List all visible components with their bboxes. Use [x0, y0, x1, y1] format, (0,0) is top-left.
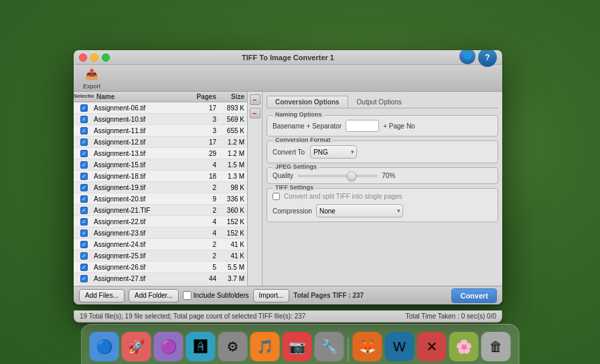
file-checkbox[interactable]: ✓: [80, 139, 88, 146]
dock-icon-prefs[interactable]: 🔧: [315, 332, 344, 361]
dock-icon-music[interactable]: 🎵: [250, 332, 280, 361]
file-name: Assignment-12.tif: [94, 139, 194, 146]
dock-icon-purple[interactable]: 🌸: [449, 332, 479, 361]
file-checkbox[interactable]: ✓: [80, 218, 88, 225]
dock-icon-apps[interactable]: 🟣: [154, 332, 183, 361]
file-name: Assignment-11.tif: [94, 127, 194, 134]
file-checkbox[interactable]: ✓: [80, 252, 88, 260]
header-selection: Selection: [74, 93, 94, 100]
compression-select[interactable]: None LZW JPEG PackBits: [316, 204, 403, 217]
export-toolbar-button[interactable]: 📤 Export: [79, 66, 104, 91]
dock-icon-appstore[interactable]: 🅰: [186, 332, 216, 361]
file-checkbox[interactable]: ✓: [80, 264, 88, 271]
include-subfolders-text: Include Subfolders: [194, 292, 249, 299]
dock-icon-cross[interactable]: ✕: [417, 332, 447, 361]
table-row: ✓Assignment-22.tif4152 K: [74, 216, 247, 227]
file-size: 336 K: [219, 195, 247, 203]
file-checkbox[interactable]: ✓: [80, 173, 88, 180]
include-subfolders-label[interactable]: Include Subfolders: [183, 291, 249, 300]
tiff-settings-section: TIFF Settings Convert and split TIFF int…: [267, 188, 498, 222]
dock-icon-rocket[interactable]: 🚀: [122, 332, 151, 361]
compression-select-wrapper: None LZW JPEG PackBits: [316, 204, 403, 217]
file-name: Assignment-23.tif: [94, 230, 194, 237]
table-row: ✓Assignment-15.tif41.5 M: [74, 159, 247, 171]
file-checkbox[interactable]: ✓: [80, 207, 88, 214]
file-size: 1.2 M: [219, 150, 247, 157]
conversion-format-section: Conversion Format Convert To PNG JPEG TI…: [267, 141, 498, 163]
file-pages: 4: [194, 230, 219, 237]
format-select[interactable]: PNG JPEG TIFF BMP GIF: [310, 145, 357, 159]
page-no-label: + Page No: [383, 122, 415, 130]
dock-icon-word[interactable]: W: [385, 332, 415, 361]
dock-icon-settings[interactable]: ⚙: [218, 332, 248, 361]
file-checkbox[interactable]: ✓: [80, 195, 88, 203]
table-row: ✓Assignment-25.tif241 K: [74, 250, 247, 262]
minimize-button[interactable]: [90, 54, 98, 62]
separator-input[interactable]: [346, 120, 379, 132]
file-checkbox[interactable]: ✓: [80, 161, 88, 169]
file-name: Assignment-21.TIF: [94, 207, 194, 214]
naming-options-label: Naming Options: [273, 111, 325, 118]
table-row: ✓Assignment-10.tif3569 K: [74, 114, 247, 125]
file-checkbox[interactable]: ✓: [80, 241, 88, 248]
file-name: Assignment-06.tif: [94, 104, 194, 112]
dock-icon-firefox[interactable]: 🦊: [353, 332, 382, 361]
file-name: Assignment-26.tif: [94, 264, 194, 271]
side-buttons: − −: [248, 92, 262, 286]
file-checkbox[interactable]: ✓: [80, 184, 88, 191]
split-tiff-checkbox[interactable]: [273, 193, 280, 200]
dock-icon-trash[interactable]: 🗑: [481, 332, 511, 361]
tab-conversion-options[interactable]: Conversion Options: [267, 96, 348, 108]
import-button[interactable]: Import...: [253, 289, 290, 302]
quality-slider[interactable]: [297, 175, 378, 177]
file-name: Assignment-19.tif: [94, 184, 194, 191]
file-checkbox[interactable]: ✓: [80, 275, 88, 282]
add-folder-button[interactable]: Add Folder...: [129, 289, 179, 302]
split-tiff-label: Convert and split TIFF into single pages: [284, 193, 402, 200]
convert-to-label: Convert To: [273, 149, 305, 156]
format-select-wrapper: PNG JPEG TIFF BMP GIF: [310, 145, 357, 159]
file-pages: 17: [194, 139, 219, 146]
delete-button-2[interactable]: −: [250, 108, 260, 118]
delete-button-1[interactable]: −: [250, 94, 260, 105]
add-files-button[interactable]: Add Files...: [79, 289, 125, 302]
file-size: 1.3 M: [219, 173, 247, 180]
table-row: ✓Assignment-24.tif241 K: [74, 239, 247, 250]
table-row: ✓Assignment-27.tif443.7 M: [74, 273, 247, 284]
export-icon: 📤: [84, 67, 99, 82]
file-checkbox[interactable]: ✓: [80, 116, 88, 123]
compression-row: Compression None LZW JPEG PackBits: [273, 204, 492, 217]
file-checkbox[interactable]: ✓: [80, 230, 88, 237]
jpeg-settings-section: JPEG Settings Quality 70%: [267, 167, 498, 184]
file-pages: 17: [194, 104, 219, 112]
include-subfolders-checkbox[interactable]: [183, 291, 192, 300]
dock-icon-photos[interactable]: 📷: [283, 332, 312, 361]
header-pages: Pages: [194, 93, 219, 100]
file-checkbox[interactable]: ✓: [80, 127, 88, 134]
file-size: 893 K: [219, 104, 247, 112]
file-checkbox[interactable]: ✓: [80, 104, 88, 112]
close-button[interactable]: [79, 54, 87, 62]
help-button[interactable]: ?: [478, 50, 497, 67]
bottom-bar: Add Files... Add Folder... Include Subfo…: [74, 286, 502, 304]
convert-button[interactable]: Convert: [451, 288, 497, 303]
file-checkbox[interactable]: ✓: [80, 150, 88, 157]
status-right: Total Time Taken : 0 sec(s) 0/0: [406, 312, 496, 320]
dock-icon-finder[interactable]: 🔵: [90, 332, 119, 361]
file-panel: Selection Name Pages Size ✓Assignment-06…: [74, 92, 248, 286]
status-bar: 19 Total file(s); 19 file selected; Tota…: [74, 310, 502, 323]
file-size: 5.5 M: [219, 264, 247, 271]
file-name: Assignment-24.tif: [94, 241, 194, 248]
website-button[interactable]: 🌐: [459, 50, 475, 64]
table-row: ✓Assignment-18.tif181.3 M: [74, 171, 247, 182]
table-row: ✓Assignment-11.tif3655 K: [74, 125, 247, 136]
file-size: 3.7 M: [219, 275, 247, 282]
tab-output-options[interactable]: Output Options: [348, 96, 410, 108]
status-left: 19 Total file(s); 19 file selected; Tota…: [80, 312, 305, 320]
main-content: Selection Name Pages Size ✓Assignment-06…: [74, 92, 502, 286]
maximize-button[interactable]: [102, 54, 110, 62]
conversion-format-label: Conversion Format: [273, 136, 333, 143]
file-pages: 3: [194, 116, 219, 123]
quality-label: Quality: [273, 172, 293, 179]
file-name: Assignment-18.tif: [94, 173, 194, 180]
